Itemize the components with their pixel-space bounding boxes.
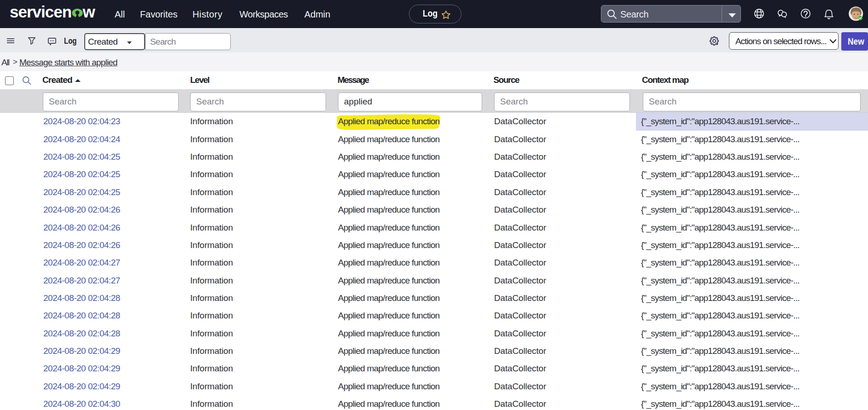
svg-text:w: w bbox=[82, 3, 96, 21]
svg-text:servicen: servicen bbox=[10, 3, 71, 21]
